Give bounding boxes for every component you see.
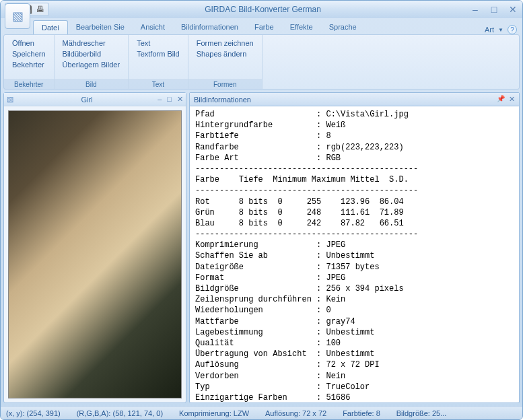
status-compression: Komprimierung: LZW [179, 409, 249, 417]
ribbon-item-bekehrter[interactable]: Bekehrter [9, 59, 48, 70]
art-dropdown[interactable]: Art [485, 26, 494, 34]
ribbon-item-bildüberbild[interactable]: Bildüberbild [60, 48, 123, 59]
titlebar: 📂 💾 🖶 GIRDAC Bild-Konverter German – □ ✕ [1, 1, 522, 18]
ribbon-group-formen: Formen zeichnenShapes ändernFormen [188, 35, 263, 89]
window-controls: – □ ✕ [470, 4, 518, 15]
tab-sprache[interactable]: Sprache [321, 20, 365, 34]
status-xy: (x, y): (254, 391) [6, 409, 61, 417]
child-close-button[interactable]: ✕ [177, 95, 183, 104]
ribbon-item-formen-zeichnen[interactable]: Formen zeichnen [194, 38, 256, 48]
workspace: ▧ Girl – □ ✕ Bildinformationen 📌 [3, 92, 520, 403]
image-content [8, 110, 182, 398]
status-depth: Farbtiefe: 8 [343, 409, 380, 417]
help-icon[interactable]: ? [508, 25, 517, 34]
print-icon[interactable]: 🖶 [35, 4, 46, 15]
ribbon-group-label: Bekehrter [4, 79, 54, 89]
panel-close-icon[interactable]: ✕ [509, 95, 515, 104]
image-viewport[interactable] [4, 106, 186, 403]
chevron-down-icon: ▼ [498, 27, 503, 33]
tab-bearbeiten-sie[interactable]: Bearbeiten Sie [68, 20, 133, 34]
child-titlebar: ▧ Girl – □ ✕ [4, 93, 186, 106]
child-minimize-button[interactable]: – [158, 95, 162, 104]
status-size: Bildgröße: 25... [396, 409, 447, 417]
ribbon-item-speichern[interactable]: Speichern [9, 48, 48, 59]
ribbon-group-label: Text [129, 79, 188, 89]
maximize-button[interactable]: □ [489, 4, 499, 15]
status-rgba: (R,G,B,A): (58, 121, 74, 0) [77, 409, 163, 417]
ribbon-right: Art ▼ ? [485, 25, 517, 34]
pin-icon[interactable]: 📌 [497, 95, 505, 104]
ribbon-item-textform-bild[interactable]: Textform Bild [134, 48, 182, 59]
image-child-window: ▧ Girl – □ ✕ [3, 92, 186, 403]
info-panel-header: Bildinformationen 📌 ✕ [190, 93, 519, 106]
tab-bildinformationen[interactable]: Bildinformationen [173, 20, 246, 34]
window-title: GIRDAC Bild-Konverter German [56, 5, 470, 14]
statusbar: (x, y): (254, 391) (R,G,B,A): (58, 121, … [1, 406, 522, 419]
image-icon: ▧ [12, 9, 24, 24]
ribbon-group-bild: MähdrescherBildüberbildÜberlagern Bilder… [55, 35, 129, 89]
ribbon-group-bekehrter: ÖffnenSpeichernBekehrterBekehrter [4, 35, 55, 89]
info-panel: Bildinformationen 📌 ✕ Pfad : C:\Vista\Gi… [189, 92, 520, 403]
tab-ansicht[interactable]: Ansicht [133, 20, 173, 34]
ribbon-group-label: Bild [55, 79, 129, 89]
ribbon-item-überlagern-bilder[interactable]: Überlagern Bilder [60, 59, 123, 70]
minimize-button[interactable]: – [470, 4, 481, 15]
tab-datei[interactable]: Datei [33, 20, 68, 34]
ribbon-group-label: Formen [188, 79, 262, 89]
tab-farbe[interactable]: Farbe [246, 20, 282, 34]
close-button[interactable]: ✕ [508, 4, 518, 15]
ribbon-item-text[interactable]: Text [134, 38, 182, 48]
ribbon-item-shapes-ändern[interactable]: Shapes ändern [194, 48, 256, 59]
image-icon: ▧ [7, 95, 13, 104]
info-panel-body[interactable]: Pfad : C:\Vista\Girl.jpg Hintergrundfarb… [190, 106, 519, 403]
app-menu-button[interactable]: ▧ [5, 3, 30, 29]
ribbon-group-text: TextTextform BildText [129, 35, 188, 89]
left-pane: ▧ Girl – □ ✕ [3, 92, 186, 403]
child-maximize-button[interactable]: □ [167, 95, 172, 104]
tab-effekte[interactable]: Effekte [282, 20, 321, 34]
info-panel-title: Bildinformationen [194, 96, 497, 104]
ribbon-tabs: ▧ DateiBearbeiten SieAnsichtBildinformat… [1, 18, 522, 34]
child-window-title: Girl [16, 96, 158, 104]
ribbon-item-öffnen[interactable]: Öffnen [9, 38, 48, 48]
ribbon: ÖffnenSpeichernBekehrterBekehrterMähdres… [3, 34, 520, 90]
ribbon-item-mähdrescher[interactable]: Mähdrescher [60, 38, 123, 48]
app-window: 📂 💾 🖶 GIRDAC Bild-Konverter German – □ ✕… [0, 0, 523, 420]
status-resolution: Auflösung: 72 x 72 [265, 409, 326, 417]
